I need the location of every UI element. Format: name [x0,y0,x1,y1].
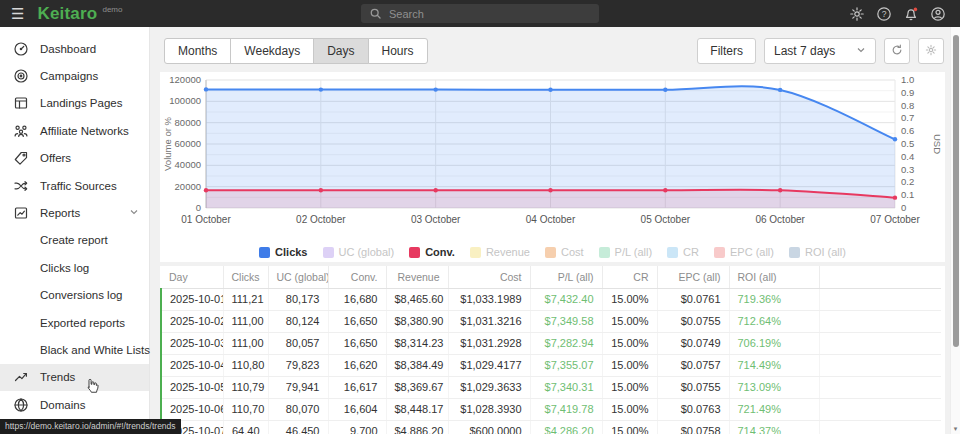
legend-item-clicks[interactable]: Clicks [259,246,307,258]
sidebar-item-traffic-sources[interactable]: Traffic Sources [0,172,149,199]
legend-item-revenue[interactable]: Revenue [470,246,530,258]
chevron-down-icon [129,207,139,219]
sidebar-item-landings-pages[interactable]: Landings Pages [0,90,149,117]
svg-text:1.0: 1.0 [901,74,914,85]
chart-legend: ClicksUC (global)Conv.RevenueCostP/L (al… [160,238,945,266]
dashboard-icon [13,41,29,57]
domains-icon [13,397,29,413]
cell-epc-all: $0.0757 [657,354,729,376]
column-header-p-l-all[interactable]: P/L (all) [530,266,602,288]
column-header-epc-all[interactable]: EPC (all) [657,266,729,288]
status-url: https://demo.keitaro.io/admin/#!/trends/… [0,419,181,434]
sidebar-item-trends[interactable]: Trends [0,364,149,391]
cell-revenue: $4,886.20 [386,420,448,434]
sidebar-item-affiliate-networks[interactable]: Affiliate Networks [0,117,149,144]
sidebar-item-domains[interactable]: Domains [0,391,149,418]
sidebar-item-create-report[interactable]: Create report [0,227,149,254]
cell-cost: $1,028.3930 [448,398,530,420]
sidebar-item-black-and-white-lists[interactable]: Black and White Lists [0,336,149,363]
toolbar-controls: Filters Last 7 days [697,38,944,64]
notifications-bell-icon[interactable] [902,5,919,22]
column-header-revenue[interactable]: Revenue [386,266,448,288]
column-header-conv[interactable]: Conv. [328,266,386,288]
cell-epc-all: $0.0758 [657,420,729,434]
column-header-clicks[interactable]: Clicks [223,266,268,288]
table-body: 2025-10-01111,2180,17316,680$8,465.60$1,… [161,288,941,434]
sidebar-item-clicks-log[interactable]: Clicks log [0,254,149,281]
help-icon[interactable]: ? [875,5,892,22]
legend-item-epc-all[interactable]: EPC (all) [714,246,774,258]
chart-settings-button[interactable] [918,38,944,64]
settings-gear-icon[interactable] [848,5,865,22]
table-row[interactable]: 2025-10-06110,7080,07016,604$8,448.17$1,… [161,398,941,420]
table-row[interactable]: 2025-10-01111,2180,17316,680$8,465.60$1,… [161,288,941,310]
cell-conv: 16,650 [328,310,386,332]
table-row[interactable]: 2025-10-04110,8079,82316,620$8,384.49$1,… [161,354,941,376]
main-content: MonthsWeekdaysDaysHours Filters Last 7 d… [150,27,950,434]
scrollbar-down-arrow[interactable]: ▾ [951,425,960,433]
cell-conv: 16,604 [328,398,386,420]
tab-weekdays[interactable]: Weekdays [230,38,314,64]
cell-clicks: 111,21 [223,288,268,310]
svg-text:0.2: 0.2 [901,176,914,187]
refresh-button[interactable] [884,38,910,64]
sidebar-item-reports[interactable]: Reports [0,199,149,226]
column-header-cost[interactable]: Cost [448,266,530,288]
svg-text:0.8: 0.8 [901,100,914,111]
scrollbar[interactable]: ▾ [950,27,960,434]
svg-text:0.3: 0.3 [901,164,914,175]
table-row[interactable]: 2025-10-05110,7979,94116,617$8,369.67$1,… [161,376,941,398]
offers-icon [13,150,29,166]
topbar-actions: ? [848,5,960,22]
sidebar-item-conversions-log[interactable]: Conversions log [0,282,149,309]
search-input[interactable]: Search [361,4,599,23]
column-header-uc-global[interactable]: UC (global) [268,266,328,288]
svg-text:0: 0 [196,202,201,213]
trends-icon [13,369,29,385]
logo-demo-badge: demo [102,5,122,14]
svg-text:0.7: 0.7 [901,112,914,123]
cell-day: 2025-10-03 [161,332,223,354]
sidebar-item-label: Domains [40,399,85,411]
svg-text:0.1: 0.1 [901,189,914,200]
legend-item-roi-all[interactable]: ROI (all) [789,246,846,258]
date-range-select[interactable]: Last 7 days [764,38,876,64]
sidebar-item-label: Landings Pages [40,97,122,109]
legend-item-conv[interactable]: Conv. [409,246,455,258]
scrollbar-thumb[interactable] [953,35,959,347]
cell-conv: 16,620 [328,354,386,376]
table-row[interactable]: 2025-10-0764,4046,4509,700$4,886.20$600.… [161,420,941,434]
legend-item-cost[interactable]: Cost [545,246,584,258]
account-icon[interactable] [929,5,946,22]
svg-text:120000: 120000 [169,74,201,85]
legend-item-uc-global[interactable]: UC (global) [323,246,395,258]
tab-days[interactable]: Days [313,38,368,64]
legend-label: Clicks [275,246,307,258]
sidebar-item-campaigns[interactable]: Campaigns [0,62,149,89]
cell-roi-all: 719.36% [729,288,819,310]
cell-revenue: $8,369.67 [386,376,448,398]
sidebar-item-offers[interactable]: Offers [0,145,149,172]
cell-epc-all: $0.0755 [657,376,729,398]
sidebar-item-exported-reports[interactable]: Exported reports [0,309,149,336]
sidebar-item-dashboard[interactable]: Dashboard [0,35,149,62]
legend-item-cr[interactable]: CR [667,246,699,258]
column-header-roi-all[interactable]: ROI (all) [729,266,819,288]
hamburger-menu-icon[interactable]: ☰ [11,6,24,21]
tab-months[interactable]: Months [164,38,231,64]
search-icon [369,7,382,20]
app-logo[interactable]: Keitaro [37,4,97,24]
legend-swatch [323,247,334,258]
legend-swatch [545,247,556,258]
svg-text:100000: 100000 [169,95,201,106]
filters-button[interactable]: Filters [697,38,756,64]
table-row[interactable]: 2025-10-03111,0080,05716,650$8,314.23$1,… [161,332,941,354]
svg-text:0: 0 [901,202,906,213]
tab-hours[interactable]: Hours [368,38,428,64]
column-header-cr[interactable]: CR [602,266,657,288]
table-header-row: DayClicksUC (global)Conv.RevenueCostP/L … [161,266,941,288]
table-row[interactable]: 2025-10-02111,0080,12416,650$8,380.90$1,… [161,310,941,332]
cell-p-l-all: $4,286.20 [530,420,602,434]
legend-item-p-l-all[interactable]: P/L (all) [599,246,653,258]
column-header-day[interactable]: Day [161,266,223,288]
